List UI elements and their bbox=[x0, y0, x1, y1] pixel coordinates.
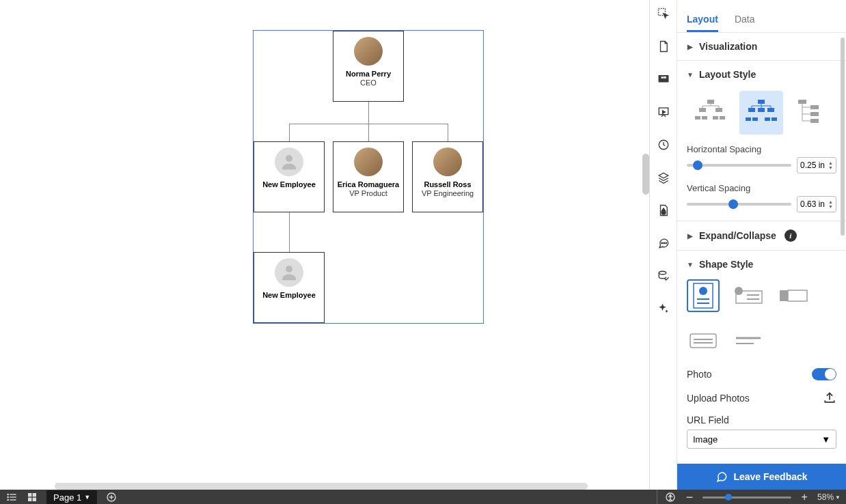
zoom-value[interactable]: 58% ▼ bbox=[817, 492, 841, 502]
leave-feedback-button[interactable]: Leave Feedback bbox=[677, 464, 846, 490]
svg-rect-24 bbox=[758, 108, 765, 112]
shape-style-card-photo[interactable] bbox=[687, 279, 720, 312]
employee-role: CEO bbox=[360, 79, 377, 87]
svg-rect-65 bbox=[33, 493, 36, 496]
layout-style-vertical[interactable] bbox=[791, 91, 834, 135]
spinner-arrows-icon[interactable]: ▲▼ bbox=[828, 199, 833, 209]
chevron-down-icon: ▼ bbox=[835, 494, 841, 501]
slider-thumb[interactable] bbox=[728, 199, 738, 209]
photo-toggle[interactable] bbox=[812, 368, 836, 380]
data-link-icon[interactable] bbox=[657, 269, 670, 283]
url-field-value: Image bbox=[693, 434, 718, 445]
org-node-new-employee-1[interactable]: New Employee bbox=[254, 141, 325, 212]
svg-rect-26 bbox=[746, 117, 751, 121]
employee-role: VP Engineering bbox=[422, 189, 474, 197]
shape-style-options bbox=[687, 279, 836, 357]
org-node-ceo[interactable]: Norma Perry CEO bbox=[333, 31, 404, 102]
document-icon[interactable] bbox=[657, 40, 670, 53]
accessibility-icon[interactable] bbox=[664, 491, 677, 503]
slider-thumb[interactable] bbox=[725, 494, 732, 501]
svg-point-0 bbox=[286, 155, 292, 162]
svg-rect-23 bbox=[748, 108, 755, 112]
zoom-slider[interactable] bbox=[702, 496, 791, 499]
svg-point-10 bbox=[659, 271, 666, 275]
properties-panel: Layout Data ▶ Visualization ▼ Layout Sty… bbox=[677, 0, 846, 490]
vspacing-slider[interactable] bbox=[687, 203, 791, 206]
fill-icon[interactable] bbox=[657, 204, 670, 217]
panel-body[interactable]: ▶ Visualization ▼ Layout Style bbox=[677, 33, 846, 464]
spinner-arrows-icon[interactable]: ▲▼ bbox=[828, 160, 833, 170]
url-field-select[interactable]: Image ▼ bbox=[687, 430, 836, 449]
tab-data[interactable]: Data bbox=[735, 8, 755, 32]
org-node-vp-engineering[interactable]: Russell Ross VP Engineering bbox=[412, 141, 483, 212]
connector bbox=[289, 212, 290, 252]
list-view-icon[interactable] bbox=[5, 491, 18, 503]
layers-icon[interactable] bbox=[657, 171, 670, 184]
section-title: Expand/Collapse bbox=[699, 230, 776, 241]
url-field-label: URL Field bbox=[687, 415, 836, 425]
svg-rect-37 bbox=[810, 112, 819, 116]
hspacing-label: Horizontal Spacing bbox=[687, 144, 836, 154]
svg-rect-27 bbox=[752, 117, 758, 121]
vspacing-input[interactable]: 0.63 in ▲▼ bbox=[797, 196, 836, 212]
svg-point-60 bbox=[7, 496, 9, 499]
svg-rect-22 bbox=[758, 100, 765, 104]
svg-rect-35 bbox=[798, 100, 806, 104]
hspacing-value: 0.25 in bbox=[800, 160, 825, 170]
info-icon[interactable]: i bbox=[784, 229, 797, 242]
add-page-button[interactable] bbox=[105, 491, 118, 503]
avatar-placeholder-icon bbox=[275, 258, 303, 287]
grid-view-icon[interactable] bbox=[26, 491, 38, 503]
hspacing-slider[interactable] bbox=[687, 164, 791, 167]
hspacing-input[interactable]: 0.25 in ▲▼ bbox=[797, 157, 836, 173]
section-title: Layout Style bbox=[699, 69, 756, 80]
layout-style-tree[interactable] bbox=[739, 91, 783, 135]
avatar bbox=[354, 148, 383, 176]
svg-rect-13 bbox=[715, 108, 722, 112]
presentation-icon[interactable] bbox=[657, 105, 670, 119]
vertical-scrollbar[interactable] bbox=[642, 154, 649, 195]
org-chart-selection[interactable]: Norma Perry CEO New Employee Erica Romag… bbox=[253, 30, 484, 324]
upload-icon[interactable] bbox=[823, 391, 836, 405]
layout-style-horizontal[interactable] bbox=[689, 91, 733, 135]
panel-tabs: Layout Data bbox=[677, 0, 846, 33]
sparkle-icon[interactable] bbox=[657, 302, 670, 316]
svg-rect-52 bbox=[788, 290, 807, 301]
history-icon[interactable] bbox=[657, 138, 670, 152]
zoom-out-button[interactable]: − bbox=[683, 491, 696, 503]
employee-name: New Employee bbox=[262, 291, 316, 299]
avatar bbox=[433, 148, 462, 176]
section-expand-collapse[interactable]: ▶ Expand/Collapse i bbox=[687, 229, 836, 242]
svg-rect-66 bbox=[28, 498, 31, 501]
org-node-vp-product[interactable]: Erica Romaguera VP Product bbox=[333, 141, 404, 212]
shape-style-card-side[interactable] bbox=[732, 279, 765, 312]
section-visualization[interactable]: ▶ Visualization bbox=[687, 41, 836, 52]
panel-scrollbar[interactable] bbox=[841, 38, 845, 236]
shape-style-box[interactable] bbox=[687, 324, 720, 357]
page-selector[interactable]: Page 1 ▼ bbox=[46, 490, 97, 505]
select-icon[interactable] bbox=[657, 7, 670, 20]
comment-icon[interactable] bbox=[657, 236, 670, 250]
section-layout-style[interactable]: ▼ Layout Style bbox=[687, 69, 836, 80]
avatar-placeholder-icon bbox=[275, 148, 303, 176]
layout-style-options bbox=[687, 91, 836, 135]
svg-rect-38 bbox=[810, 119, 819, 123]
svg-rect-61 bbox=[10, 496, 16, 497]
chevron-down-icon: ▼ bbox=[687, 71, 694, 78]
shape-style-lines[interactable] bbox=[732, 324, 765, 357]
slider-thumb[interactable] bbox=[693, 160, 702, 170]
svg-rect-14 bbox=[695, 116, 700, 120]
comment-icon bbox=[715, 471, 728, 483]
svg-rect-51 bbox=[780, 290, 788, 301]
horizontal-scrollbar[interactable] bbox=[55, 483, 588, 490]
section-shape-style[interactable]: ▼ Shape Style bbox=[687, 259, 836, 270]
quote-icon[interactable]: ❝❞ bbox=[657, 72, 670, 86]
zoom-in-button[interactable]: + bbox=[798, 491, 810, 503]
section-title: Shape Style bbox=[699, 259, 753, 270]
shape-style-pill[interactable] bbox=[777, 279, 810, 312]
tab-layout[interactable]: Layout bbox=[687, 8, 718, 32]
vspacing-label: Vertical Spacing bbox=[687, 183, 836, 193]
connector bbox=[368, 102, 369, 124]
canvas[interactable]: Norma Perry CEO New Employee Erica Romag… bbox=[0, 0, 649, 490]
org-node-new-employee-2[interactable]: New Employee bbox=[254, 252, 325, 323]
